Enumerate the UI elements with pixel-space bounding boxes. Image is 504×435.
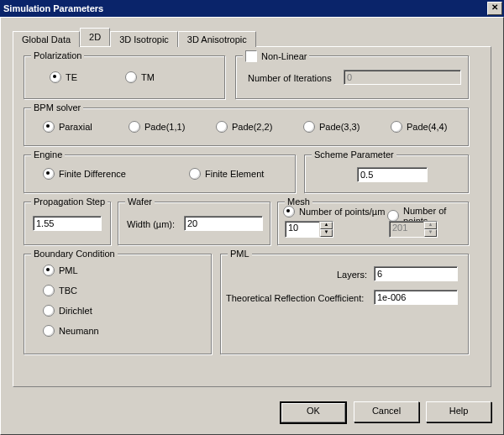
radio-dot-icon [125, 71, 137, 83]
tab-page-2d: Polarization TE TM Non-Linear Number of … [13, 46, 491, 387]
checkbox-box-icon [245, 50, 257, 62]
label-pml-layers: Layers: [337, 270, 367, 280]
legend-boundary: Boundary Condition [31, 249, 118, 259]
spinner-arrows-icon[interactable]: ▲▼ [319, 222, 333, 237]
input-mesh-per-um[interactable]: 10 ▲▼ [285, 221, 333, 238]
radio-fe-label: Finite Element [205, 169, 264, 179]
radio-mesh-per-um[interactable]: Number of points/µm [283, 206, 385, 218]
legend-wafer: Wafer [125, 197, 155, 207]
group-boundary-condition: Boundary Condition PML TBC Dirichlet Neu… [24, 254, 212, 354]
input-scheme-parameter[interactable]: 0.5 [357, 167, 428, 182]
input-wafer-width[interactable]: 20 [184, 216, 263, 231]
input-mesh-count: 201 ▲▼ [389, 221, 438, 238]
radio-pade11[interactable]: Pade(1,1) [129, 121, 185, 133]
radio-finite-difference[interactable]: Finite Difference [43, 168, 126, 180]
radio-te[interactable]: TE [50, 71, 77, 83]
radio-dot-icon [43, 168, 55, 180]
title-bar: Simulation Parameters ✕ [0, 0, 504, 17]
radio-bc-tbc[interactable]: TBC [43, 285, 77, 296]
input-pml-trc[interactable]: 1e-006 [374, 290, 458, 305]
group-pml: PML Layers: 6 Theoretical Reflection Coe… [220, 254, 469, 354]
group-bpm-solver: BPM solver Paraxial Pade(1,1) Pade(2,2) … [24, 107, 469, 146]
tab-3d-isotropic[interactable]: 3D Isotropic [110, 31, 178, 47]
radio-mesh-per-um-label: Number of points/µm [299, 207, 385, 217]
group-engine: Engine Finite Difference Finite Element [24, 155, 296, 193]
radio-dot-icon [387, 210, 399, 222]
group-mesh: Mesh Number of points/µm Number of point… [277, 202, 469, 245]
ok-button[interactable]: OK [280, 401, 347, 424]
tab-global-data[interactable]: Global Data [13, 31, 80, 47]
cancel-button[interactable]: Cancel [354, 401, 419, 422]
window-title: Simulation Parameters [3, 3, 103, 13]
tab-2d[interactable]: 2D [80, 28, 110, 46]
radio-bc-pml-label: PML [59, 265, 78, 275]
radio-dot-icon [303, 121, 315, 133]
legend-engine: Engine [31, 149, 65, 160]
close-icon[interactable]: ✕ [487, 2, 502, 15]
label-wafer-width: Width (µm): [127, 219, 175, 229]
group-propagation-step: Propagation Step 1.55 [24, 202, 111, 245]
radio-dot-icon [50, 71, 61, 83]
legend-polarization: Polarization [31, 50, 84, 60]
ok-button-label: OK [281, 403, 345, 422]
radio-paraxial[interactable]: Paraxial [43, 121, 92, 133]
radio-bc-neumann[interactable]: Neumann [43, 325, 99, 337]
input-pml-layers[interactable]: 6 [374, 266, 458, 281]
radio-dot-icon [283, 206, 295, 218]
radio-tm-label: TM [141, 72, 155, 82]
radio-te-label: TE [66, 72, 77, 82]
group-wafer: Wafer Width (µm): 20 [118, 202, 270, 245]
radio-tm[interactable]: TM [125, 71, 155, 83]
checkbox-nonlinear[interactable]: Non-Linear [243, 50, 309, 62]
group-scheme-parameter: Scheme Parameter 0.5 [304, 155, 469, 193]
legend-prop: Propagation Step [31, 197, 108, 207]
radio-pade22[interactable]: Pade(2,2) [216, 121, 272, 133]
group-nonlinear: Non-Linear Number of Iterations 0 [235, 55, 469, 99]
label-iterations: Number of Iterations [248, 73, 332, 83]
radio-paraxial-label: Paraxial [59, 122, 92, 132]
input-mesh-per-um-value: 10 [286, 222, 319, 237]
legend-pml: PML [228, 249, 252, 259]
radio-dot-icon [43, 121, 55, 133]
radio-dot-icon [129, 121, 140, 133]
radio-dot-icon [43, 325, 55, 337]
radio-pade44-label: Pade(4,4) [407, 122, 447, 132]
radio-pade11-label: Pade(1,1) [144, 122, 185, 132]
legend-bpm: BPM solver [31, 102, 83, 113]
radio-pade33[interactable]: Pade(3,3) [303, 121, 360, 133]
input-propagation-step[interactable]: 1.55 [33, 216, 102, 231]
legend-scheme: Scheme Parameter [312, 149, 396, 160]
radio-bc-pml[interactable]: PML [43, 265, 78, 276]
spinner-arrows-icon: ▲▼ [423, 222, 437, 237]
radio-dot-icon [391, 121, 402, 133]
radio-bc-dirichlet-label: Dirichlet [59, 306, 92, 316]
radio-pade44[interactable]: Pade(4,4) [391, 121, 447, 133]
group-polarization: Polarization TE TM [24, 55, 225, 99]
input-mesh-count-value: 201 [390, 222, 423, 237]
radio-bc-tbc-label: TBC [59, 286, 77, 296]
radio-finite-element[interactable]: Finite Element [189, 168, 264, 180]
radio-dot-icon [216, 121, 228, 133]
input-iterations: 0 [344, 70, 461, 85]
tab-strip: Global Data 2D 3D Isotropic 3D Anisotrop… [13, 29, 491, 46]
radio-fd-label: Finite Difference [59, 169, 126, 179]
dialog-buttons: OK Cancel Help [280, 401, 491, 424]
radio-dot-icon [189, 168, 201, 180]
radio-pade22-label: Pade(2,2) [232, 122, 272, 132]
help-button[interactable]: Help [426, 401, 491, 422]
radio-bc-neumann-label: Neumann [59, 326, 99, 336]
dialog-client: Global Data 2D 3D Isotropic 3D Anisotrop… [0, 17, 504, 435]
radio-bc-dirichlet[interactable]: Dirichlet [43, 305, 92, 317]
radio-dot-icon [43, 305, 55, 317]
radio-dot-icon [43, 285, 55, 296]
radio-pade33-label: Pade(3,3) [319, 122, 360, 132]
checkbox-nonlinear-label: Non-Linear [261, 51, 307, 61]
tab-3d-anisotropic[interactable]: 3D Anisotropic [178, 31, 256, 47]
radio-dot-icon [43, 265, 55, 276]
label-pml-trc: Theoretical Reflection Coefficient: [226, 293, 364, 303]
